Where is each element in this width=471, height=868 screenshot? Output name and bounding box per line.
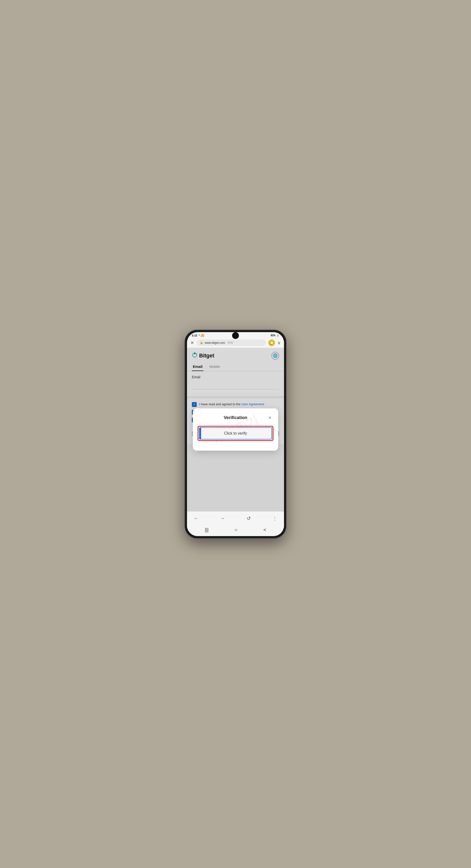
time-display: 5:15 xyxy=(192,334,197,337)
modal-close-button[interactable]: × xyxy=(267,414,273,421)
status-bar-left: 5:15 🔧📶 xyxy=(192,334,204,337)
modal-title: Verification xyxy=(204,415,267,420)
modal-overlay: 사진찍기 Verification × Click xyxy=(187,348,284,511)
verify-button[interactable]: Click to verify xyxy=(199,427,272,439)
chat-icon: 💬 xyxy=(270,341,274,345)
lock-icon: 🔒 xyxy=(200,341,203,344)
back-button[interactable]: ← xyxy=(192,514,201,523)
modal-header: Verification × xyxy=(198,414,273,421)
home-button[interactable]: ○ xyxy=(235,527,237,533)
recent-apps-button[interactable]: ||| xyxy=(205,527,209,533)
browser-bar: ✕ 🔒 www.bitget.com 가가 💬 ∨ xyxy=(187,338,284,348)
status-bar: 5:15 🔧📶 82% 🔋 xyxy=(187,332,284,338)
verify-progress-bar xyxy=(200,428,201,439)
expand-button[interactable]: ∨ xyxy=(277,340,280,345)
browser-close-button[interactable]: ✕ xyxy=(191,341,194,345)
battery-percent: 82% xyxy=(271,334,275,337)
url-text: www.bitget.com xyxy=(205,341,225,344)
camera-notch xyxy=(232,332,239,339)
browser-nav: ← → ↺ ⋮ xyxy=(187,511,284,525)
camera-notch-area xyxy=(232,332,239,339)
page-content: Bitget 🌐 Email Mobile Email xyxy=(187,348,284,511)
phone-screen: 5:15 🔧📶 82% 🔋 ✕ 🔒 www.bitget.com 가가 💬 ∨ xyxy=(187,332,284,536)
url-bar[interactable]: 🔒 www.bitget.com 가가 xyxy=(197,339,266,346)
verify-button-wrapper: Click to verify xyxy=(198,426,273,441)
verify-button-text: Click to verify xyxy=(224,431,247,436)
system-back-button[interactable]: < xyxy=(263,527,266,533)
reload-button[interactable]: ↺ xyxy=(244,514,253,523)
verification-modal: 사진찍기 Verification × Click xyxy=(193,408,278,451)
font-size-label: 가가 xyxy=(228,341,233,344)
more-button[interactable]: ⋮ xyxy=(270,514,279,523)
status-bar-right: 82% 🔋 xyxy=(271,334,279,337)
forward-button[interactable]: → xyxy=(218,514,227,523)
system-nav: ||| ○ < xyxy=(187,525,284,536)
battery-icon: 🔋 xyxy=(276,334,279,337)
phone-device: 5:15 🔧📶 82% 🔋 ✕ 🔒 www.bitget.com 가가 💬 ∨ xyxy=(184,330,287,538)
signal-icons: 🔧📶 xyxy=(198,334,204,337)
chat-button[interactable]: 💬 xyxy=(268,339,275,346)
